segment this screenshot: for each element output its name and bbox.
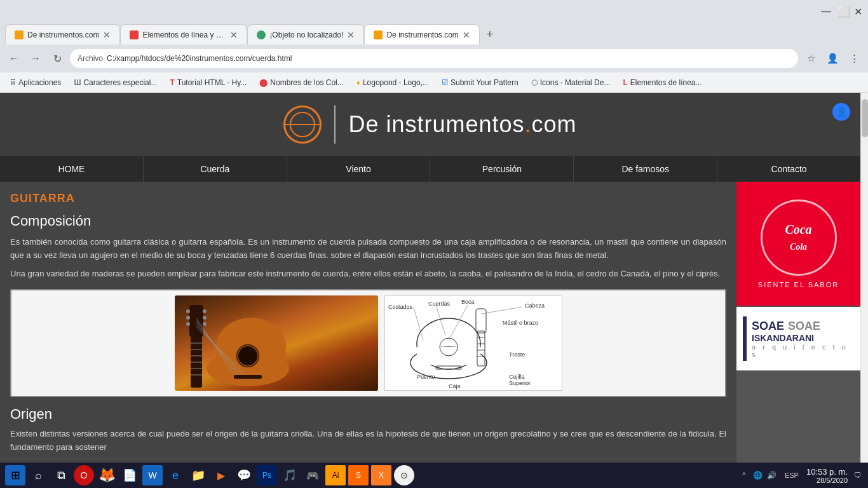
bookmark-icon-pattern: ☑	[442, 78, 448, 86]
bookmark-label-icons: Icons - Material De...	[540, 78, 611, 87]
svg-point-2	[186, 309, 190, 313]
bookmark-label-elementos: Elementos de línea...	[630, 78, 702, 87]
tab-title-2: Elementos de línea y de bloque e...	[142, 30, 226, 39]
minimize-button[interactable]: —	[821, 6, 830, 15]
taskbar-music[interactable]: 🎵	[280, 465, 300, 485]
svg-point-6	[203, 316, 207, 320]
taskbar-media[interactable]: ▶	[211, 465, 231, 485]
bookmark-icon-chars: Ш	[74, 78, 81, 87]
bookmark-icon-colors: ⬤	[259, 78, 268, 87]
close-button[interactable]: ✕	[854, 6, 863, 15]
search-button[interactable]: ⌕	[28, 465, 48, 485]
tab-close-2[interactable]: ✕	[230, 30, 238, 40]
nav-viento[interactable]: Viento	[287, 156, 431, 182]
soae-text-block: SOAE SOAE ISKANDARANI a r q u i t e c t …	[752, 320, 854, 358]
nav-famosos[interactable]: De famosos	[574, 156, 717, 182]
svg-point-7	[203, 322, 207, 326]
tab-favicon-4	[374, 30, 383, 39]
svg-rect-41	[476, 309, 486, 333]
tray-expand[interactable]: ^	[739, 470, 749, 480]
nav-contacto[interactable]: Contacto	[717, 156, 860, 182]
notification-button[interactable]: 🗨	[853, 470, 863, 480]
tab-title-3: ¡Objeto no localizado!	[269, 30, 343, 39]
tab-1[interactable]: De instrumentos.com ✕	[5, 24, 120, 44]
nav-cuerda[interactable]: Cuerda	[144, 156, 287, 182]
user-avatar[interactable]: 👤	[832, 103, 850, 121]
svg-text:Cabeza: Cabeza	[525, 302, 545, 309]
maximize-button[interactable]: ⬜	[837, 6, 846, 15]
bookmark-icons[interactable]: ⬡ Icons - Material De...	[526, 76, 616, 89]
bookmark-icon-icons: ⬡	[531, 78, 538, 87]
tab-favicon-2	[130, 30, 139, 39]
nav-home[interactable]: HOME	[0, 156, 144, 182]
taskbar-firefox[interactable]: 🦊	[97, 465, 117, 485]
bookmark-colors[interactable]: ⬤ Nombres de los Col...	[254, 76, 348, 89]
tab-4-active[interactable]: De instrumentos.com ✕	[364, 24, 479, 44]
url-input[interactable]: Archivo C:/xampp/htdocs/de%20instrumento…	[70, 49, 798, 68]
bookmark-label-chars: Caracteres especial...	[83, 78, 157, 87]
page-content: De instrumentos.com 👤 HOME Cuerda Viento…	[0, 93, 860, 488]
bookmark-pattern[interactable]: ☑ Submit Your Pattern	[437, 76, 524, 89]
clock-date: 28/5/2020	[806, 477, 848, 484]
user-account-icon[interactable]: 👤	[824, 50, 841, 67]
tray-network[interactable]: 🌐	[753, 470, 763, 480]
start-button[interactable]: ⊞	[5, 465, 25, 485]
svg-text:Caja: Caja	[449, 383, 461, 390]
tab-2[interactable]: Elementos de línea y de bloque e... ✕	[120, 24, 247, 44]
composition-paragraph2: Una gran variedad de maderas se pueden e…	[10, 268, 726, 281]
coca-cola-slogan: SIENTE EL SABOR	[758, 281, 839, 288]
taskbar-word[interactable]: W	[142, 465, 163, 485]
bookmarks-bar: ⠿ Aplicaciones Ш Caracteres especial... …	[0, 72, 868, 93]
coca-cola-circle: Coca Cola	[761, 200, 837, 276]
taskbar-acrobat[interactable]: 📄	[119, 465, 140, 485]
window-controls[interactable]: — ⬜ ✕	[821, 6, 863, 15]
tab-close-1[interactable]: ✕	[103, 30, 111, 40]
site-nav: HOME Cuerda Viento Percusión De famosos …	[0, 156, 860, 182]
bookmark-apps[interactable]: ⠿ Aplicaciones	[5, 76, 66, 89]
bookmark-chars[interactable]: Ш Caracteres especial...	[69, 76, 162, 89]
taskbar-xampp[interactable]: X	[371, 465, 391, 485]
guitar-photo	[175, 295, 378, 391]
tab-bar: De instrumentos.com ✕ Elementos de línea…	[0, 20, 868, 44]
taskbar-illustrator[interactable]: Ai	[325, 465, 346, 485]
soae-ad: SOAE SOAE ISKANDARANI a r q u i t e c t …	[736, 307, 860, 370]
section-title: GUITARRA	[10, 192, 726, 205]
bookmark-logopond[interactable]: ♦ Logopond - Logo,...	[351, 76, 434, 89]
taskbar-opera[interactable]: O	[74, 465, 94, 485]
taskbar-game[interactable]: 🎮	[302, 465, 323, 485]
tab-close-3[interactable]: ✕	[347, 30, 355, 40]
task-view-button[interactable]: ⧉	[51, 465, 71, 485]
bookmark-label-logopond: Logopond - Logo,...	[363, 78, 429, 87]
bookmark-html[interactable]: T Tutorial HTML - Hy...	[165, 76, 252, 89]
tab-close-4[interactable]: ✕	[463, 30, 470, 40]
svg-text:Mástil o brazo: Mástil o brazo	[503, 320, 538, 326]
apps-grid-icon: ⠿	[10, 78, 16, 87]
tab-title-1: De instrumentos.com	[27, 30, 99, 39]
bookmark-star-icon[interactable]: ☆	[802, 50, 820, 67]
taskbar-photoshop[interactable]: Ps	[257, 465, 277, 485]
taskbar-chrome[interactable]: ⊙	[394, 465, 414, 485]
coca-cola-brand: Coca Cola	[785, 222, 811, 252]
svg-point-3	[186, 316, 190, 320]
scroll-thumb[interactable]	[862, 99, 868, 137]
system-tray: ^ 🌐 🔊	[739, 470, 777, 480]
guitar-svg	[184, 299, 369, 388]
bookmark-elementos[interactable]: L Elementos de línea...	[618, 76, 707, 89]
sidebar-column: Coca Cola SIENTE EL SABOR SOAE SOAE	[736, 182, 860, 474]
new-tab-button[interactable]: +	[480, 24, 500, 44]
back-button[interactable]: ←	[5, 50, 23, 67]
taskbar-edge[interactable]: e	[165, 465, 186, 485]
soae-name-line: SOAE SOAE	[752, 320, 854, 333]
forward-button[interactable]: →	[27, 50, 44, 67]
refresh-button[interactable]: ↻	[48, 50, 66, 67]
site-title-dot: .	[525, 111, 532, 137]
tab-3[interactable]: ¡Objeto no localizado! ✕	[247, 24, 364, 44]
scrollbar[interactable]	[860, 93, 868, 488]
taskbar-sublime[interactable]: S	[348, 465, 369, 485]
svg-line-49	[449, 305, 468, 341]
tray-volume[interactable]: 🔊	[767, 470, 777, 480]
taskbar-folder[interactable]: 📁	[188, 465, 208, 485]
nav-percusion[interactable]: Percusión	[430, 156, 574, 182]
taskbar-whatsapp[interactable]: 💬	[234, 465, 254, 485]
menu-icon[interactable]: ⋮	[845, 50, 863, 67]
